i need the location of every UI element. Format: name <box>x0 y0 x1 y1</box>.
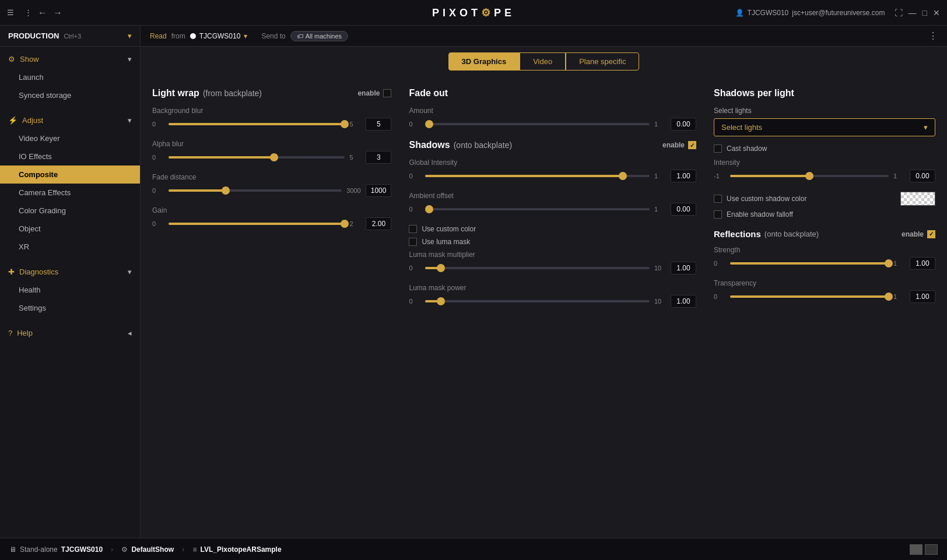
fullscreen-button[interactable]: ⛶ <box>895 8 903 17</box>
back-button[interactable]: ← <box>38 8 47 18</box>
spl-intensity-thumb[interactable] <box>805 172 813 180</box>
shadow-color-swatch[interactable] <box>900 192 935 206</box>
ambient-offset-min: 0 <box>409 206 420 213</box>
maximize-button[interactable]: □ <box>923 8 927 17</box>
minimize-button[interactable]: — <box>909 8 917 17</box>
reflections-enable-checkbox[interactable]: ✓ <box>927 230 935 238</box>
luma-multiplier-max: 10 <box>654 265 666 272</box>
reflections-strength-group: Strength 0 1 1.00 <box>714 246 935 270</box>
sidebar-item-synced-storage[interactable]: Synced storage <box>0 86 140 104</box>
enable-shadow-falloff-label: Enable shadow falloff <box>727 210 793 219</box>
reflections-transparency-thumb[interactable] <box>885 293 893 301</box>
logo-end: PE <box>494 7 515 19</box>
background-blur-track[interactable] <box>169 123 345 125</box>
lights-dropdown-arrow: ▾ <box>924 123 928 132</box>
sidebar-show-section: ⚙ Show ▾ Launch Synced storage <box>0 47 140 108</box>
sidebar-item-io-effects[interactable]: IO Effects <box>0 147 140 165</box>
close-button[interactable]: ✕ <box>933 8 940 17</box>
reflections-transparency-row: 0 1 1.00 <box>714 290 935 303</box>
luma-multiplier-thumb[interactable] <box>437 264 445 272</box>
use-custom-color-checkbox[interactable] <box>409 225 417 233</box>
sidebar-help-header[interactable]: ? Help ◂ <box>0 324 140 342</box>
menu-dots-icon[interactable]: ⋮ <box>24 8 32 17</box>
global-intensity-max: 1 <box>654 172 666 179</box>
luma-multiplier-value[interactable]: 1.00 <box>671 262 696 274</box>
subheader-menu-dots[interactable]: ⋮ <box>928 30 938 41</box>
background-blur-fill <box>169 123 345 125</box>
luma-power-value[interactable]: 1.00 <box>671 295 696 308</box>
sidebar-diagnostics-header[interactable]: ✚ Diagnostics ▾ <box>0 263 140 281</box>
tab-video[interactable]: Video <box>520 52 566 71</box>
sidebar-production[interactable]: PRODUCTION Ctrl+3 ▾ <box>0 26 140 47</box>
reflections-strength-track[interactable] <box>730 262 889 265</box>
app-logo: PIXOT⚙PE <box>432 6 515 19</box>
all-machines-tag[interactable]: 🏷 All machines <box>290 31 348 41</box>
production-arrow[interactable]: ▾ <box>128 31 132 40</box>
cast-shadow-checkbox[interactable] <box>714 145 722 153</box>
video-keyer-label: Video Keyer <box>19 134 60 143</box>
global-intensity-value[interactable]: 1.00 <box>671 170 696 182</box>
alpha-blur-track[interactable] <box>169 156 345 159</box>
alpha-blur-value[interactable]: 3 <box>366 151 391 164</box>
luma-power-thumb[interactable] <box>437 297 445 305</box>
show-icon: ⚙ <box>8 55 15 64</box>
ambient-offset-track[interactable] <box>425 208 650 210</box>
layout-btn-1[interactable] <box>910 544 923 555</box>
lights-dropdown[interactable]: Select lights ▾ <box>714 118 935 136</box>
sidebar-item-xr[interactable]: XR <box>0 238 140 256</box>
tab-plane-specific[interactable]: Plane specific <box>566 52 639 71</box>
spl-intensity-track[interactable] <box>730 175 889 177</box>
luma-multiplier-min: 0 <box>409 265 420 272</box>
sidebar-item-color-grading[interactable]: Color Grading <box>0 202 140 220</box>
luma-multiplier-track[interactable] <box>425 267 650 269</box>
fade-distance-thumb[interactable] <box>222 186 230 195</box>
amount-thumb[interactable] <box>425 120 433 128</box>
forward-button[interactable]: → <box>53 8 62 18</box>
enable-shadow-falloff-checkbox[interactable] <box>714 210 722 219</box>
alpha-blur-thumb[interactable] <box>270 153 278 161</box>
window-controls: ⛶ — □ ✕ <box>895 8 940 17</box>
machine-selector[interactable]: TJCGWS010 ▾ <box>190 32 248 40</box>
light-wrap-enable-checkbox[interactable] <box>383 89 391 97</box>
sidebar-item-object[interactable]: Object <box>0 220 140 238</box>
tab-3d-graphics[interactable]: 3D Graphics <box>448 52 520 71</box>
global-intensity-track[interactable] <box>425 175 650 177</box>
reflections-strength-thumb[interactable] <box>885 259 893 267</box>
reflections-transparency-value[interactable]: 1.00 <box>910 290 935 303</box>
ambient-offset-thumb[interactable] <box>425 205 433 213</box>
use-luma-mask-checkbox[interactable] <box>409 238 417 246</box>
global-intensity-thumb[interactable] <box>619 172 627 180</box>
adjust-label: Adjust <box>22 116 43 125</box>
amount-value[interactable]: 0.00 <box>671 118 696 131</box>
spl-intensity-row: -1 1 0.00 <box>714 170 935 182</box>
global-intensity-label: Global Intensity <box>409 159 696 167</box>
shadows-enable-checkbox[interactable]: ✓ <box>688 141 696 149</box>
sidebar-show-header[interactable]: ⚙ Show ▾ <box>0 50 140 68</box>
gain-value[interactable]: 2.00 <box>366 217 391 230</box>
reflections-strength-value[interactable]: 1.00 <box>910 257 935 270</box>
sidebar-item-video-keyer[interactable]: Video Keyer <box>0 129 140 147</box>
hamburger-icon[interactable]: ☰ <box>7 8 14 17</box>
luma-power-track[interactable] <box>425 300 650 302</box>
sidebar-item-launch[interactable]: Launch <box>0 68 140 86</box>
layout-btn-2[interactable] <box>925 544 938 555</box>
sidebar-item-settings[interactable]: Settings <box>0 299 140 317</box>
ambient-offset-value[interactable]: 0.00 <box>671 203 696 216</box>
machine-dropdown-arrow[interactable]: ▾ <box>244 32 247 40</box>
sidebar-item-health[interactable]: Health <box>0 281 140 299</box>
background-blur-value[interactable]: 5 <box>366 118 391 131</box>
fade-distance-track[interactable] <box>169 189 342 192</box>
sidebar-item-composite[interactable]: Composite <box>0 165 140 184</box>
background-blur-thumb[interactable] <box>341 120 349 128</box>
gain-track[interactable] <box>169 223 345 225</box>
gain-thumb[interactable] <box>341 220 349 228</box>
fade-distance-value[interactable]: 1000 <box>366 184 392 197</box>
sidebar-item-camera-effects[interactable]: Camera Effects <box>0 184 140 202</box>
reflections-transparency-track[interactable] <box>730 295 889 298</box>
spl-intensity-value[interactable]: 0.00 <box>910 170 935 182</box>
gain-group: Gain 0 2 2.00 <box>152 206 391 230</box>
sidebar-adjust-header[interactable]: ⚡ Adjust ▾ <box>0 111 140 129</box>
amount-track[interactable] <box>425 123 650 125</box>
help-arrow: ◂ <box>128 329 132 337</box>
use-custom-shadow-color-checkbox[interactable] <box>714 195 722 203</box>
